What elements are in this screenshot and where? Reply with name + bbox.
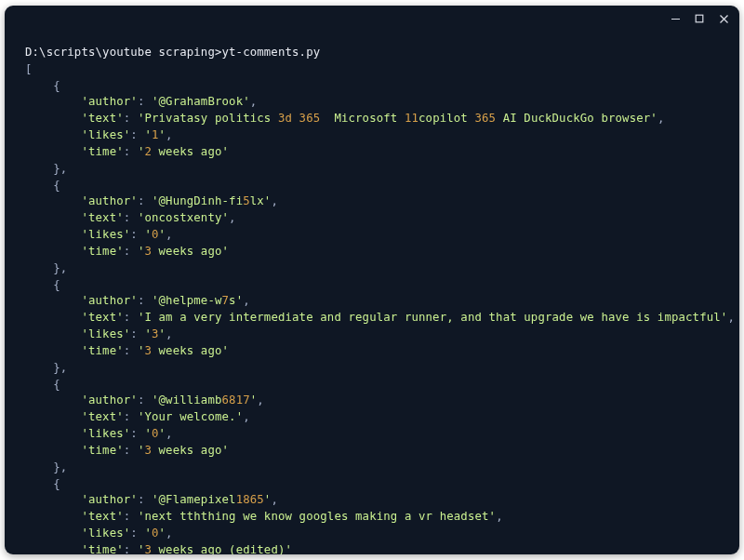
text-value-part: Privatasy politics: [144, 112, 278, 125]
text-value: next tththing we know googles making a v…: [144, 510, 488, 523]
text-value-part: 11: [405, 112, 418, 125]
text-value-part: copilot: [418, 112, 474, 125]
time-value-num: 3: [144, 543, 152, 554]
comma: ,: [166, 527, 173, 540]
time-value-num: 2: [144, 145, 152, 158]
quote: ': [222, 145, 230, 158]
comma: ,: [166, 327, 173, 340]
obj-close: }: [53, 162, 60, 175]
quote: ': [489, 510, 497, 523]
author-value-part: s: [229, 294, 236, 307]
comma: ,: [250, 95, 258, 108]
likes-value: 0: [152, 427, 159, 440]
author-value-part: @Flamepixel: [159, 493, 236, 506]
colon: :: [124, 444, 138, 457]
quote: ': [222, 444, 230, 457]
maximize-button[interactable]: [693, 12, 706, 25]
time-value-rest: weeks ago (edited): [152, 543, 286, 554]
comma: ,: [257, 393, 264, 407]
key-author: 'author': [81, 194, 137, 207]
comma: ,: [60, 261, 68, 274]
quote: ': [159, 228, 166, 241]
quote: ': [222, 211, 230, 224]
colon: :: [130, 128, 144, 141]
key-likes: 'likes': [81, 527, 130, 540]
comma: ,: [243, 410, 250, 423]
key-likes: 'likes': [81, 327, 130, 340]
key-likes: 'likes': [81, 427, 130, 440]
terminal-body[interactable]: D:\scripts\youtube scraping>yt-comments.…: [5, 32, 739, 554]
quote: ': [152, 95, 159, 108]
likes-value: 0: [152, 527, 159, 540]
prompt-command: yt-comments.py: [222, 46, 321, 59]
comma: ,: [658, 112, 665, 125]
time-value-num: 3: [144, 245, 152, 258]
quote: ': [144, 327, 152, 340]
text-value-part: Microsoft: [320, 112, 405, 125]
author-value-part: @williamb: [159, 393, 222, 407]
obj-open: {: [53, 378, 60, 391]
text-value: I am a very intermediate and regular run…: [144, 311, 720, 324]
colon: :: [124, 510, 138, 523]
terminal-window: D:\scripts\youtube scraping>yt-comments.…: [5, 6, 739, 554]
comma: ,: [496, 510, 503, 523]
author-value: @GrahamBrook: [159, 95, 244, 108]
colon: :: [138, 294, 152, 307]
colon: :: [130, 427, 144, 440]
colon: :: [130, 527, 144, 540]
key-time: 'time': [81, 145, 123, 158]
obj-open: {: [53, 477, 60, 490]
key-likes: 'likes': [81, 228, 130, 241]
comma: ,: [166, 427, 173, 440]
obj-open: {: [53, 79, 60, 92]
author-value-part: @helpme-w: [159, 294, 222, 307]
comma: ,: [166, 228, 173, 241]
key-time: 'time': [81, 245, 123, 258]
likes-value: 1: [152, 128, 159, 141]
text-value-part: AI DuckDuckGo browser: [496, 112, 650, 125]
colon: :: [138, 95, 152, 108]
key-likes: 'likes': [81, 128, 130, 141]
quote: ': [159, 527, 166, 540]
obj-close: }: [53, 261, 60, 274]
prompt-path: D:\scripts\youtube scraping>: [25, 46, 222, 59]
quote: ': [152, 493, 159, 506]
comma: ,: [727, 311, 735, 324]
array-open: [: [25, 62, 33, 75]
quote: ': [144, 228, 152, 241]
svg-rect-1: [696, 15, 703, 22]
quote: ': [222, 344, 230, 357]
close-button[interactable]: [717, 12, 730, 25]
colon: :: [124, 145, 138, 158]
key-time: 'time': [81, 444, 123, 457]
comma: ,: [60, 460, 68, 473]
key-text: 'text': [81, 410, 123, 423]
time-value-rest: weeks ago: [152, 145, 222, 158]
quote: ': [144, 527, 152, 540]
quote: ': [286, 543, 293, 554]
likes-value: 3: [152, 327, 159, 340]
quote: ': [159, 128, 166, 141]
author-value-part: 1865: [236, 493, 264, 506]
key-text: 'text': [81, 112, 123, 125]
colon: :: [124, 543, 138, 554]
quote: ': [222, 245, 230, 258]
colon: :: [138, 393, 152, 407]
key-author: 'author': [81, 95, 137, 108]
colon: :: [124, 344, 138, 357]
time-value-rest: weeks ago: [152, 344, 222, 357]
key-author: 'author': [81, 493, 137, 506]
text-value-part: 365: [474, 112, 496, 125]
key-text: 'text': [81, 510, 123, 523]
comma: ,: [271, 194, 278, 207]
key-author: 'author': [81, 294, 137, 307]
obj-close: }: [53, 460, 60, 473]
comma: ,: [60, 162, 68, 175]
key-text: 'text': [81, 211, 123, 224]
quote: ': [152, 194, 159, 207]
likes-value: 0: [152, 228, 159, 241]
minimize-button[interactable]: [669, 12, 682, 25]
author-value-part: @HungDinh-fi: [159, 194, 244, 207]
text-value-part: 3d 365: [278, 112, 320, 125]
colon: :: [138, 493, 152, 506]
